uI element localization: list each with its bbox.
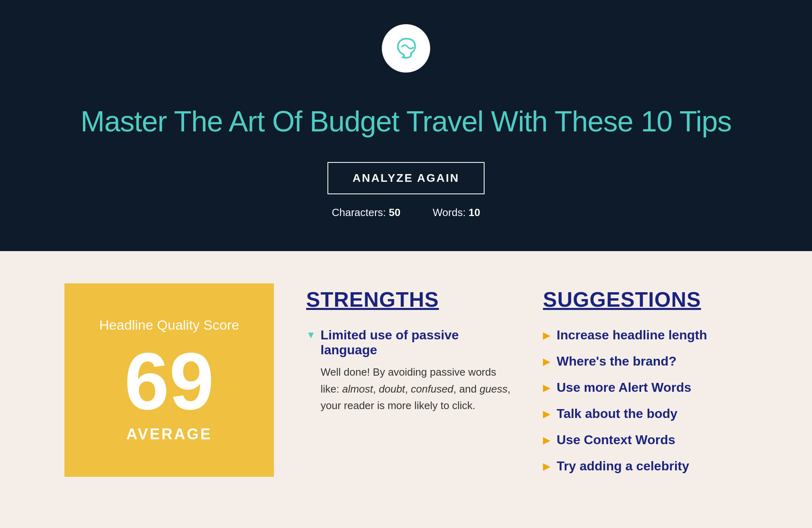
- suggestion-text: Where's the brand?: [557, 354, 676, 369]
- strengths-section: STRENGTHS ▼ Limited use of passive langu…: [306, 283, 511, 422]
- suggestion-arrow-icon: ▶: [543, 434, 550, 446]
- hero-section: Master The Art Of Budget Travel With The…: [0, 0, 812, 251]
- strength-expand-icon[interactable]: ▼: [306, 329, 316, 341]
- score-rating: AVERAGE: [126, 426, 212, 443]
- suggestion-text: Increase headline length: [557, 328, 707, 343]
- strength-header: ▼ Limited use of passive language: [306, 328, 511, 358]
- suggestion-text: Use Context Words: [557, 432, 675, 447]
- suggestion-item[interactable]: ▶ Try adding a celebrity: [543, 459, 748, 474]
- suggestion-arrow-icon: ▶: [543, 461, 550, 472]
- score-label: Headline Quality Score: [99, 317, 239, 333]
- suggestion-item[interactable]: ▶ Use Context Words: [543, 432, 748, 447]
- suggestion-arrow-icon: ▶: [543, 408, 550, 420]
- characters-stat: Characters: 50: [332, 206, 401, 219]
- words-stat: Words: 10: [433, 206, 480, 219]
- strength-body: Well done! By avoiding passive words lik…: [321, 364, 511, 414]
- suggestion-arrow-icon: ▶: [543, 382, 550, 393]
- characters-label: Characters:: [332, 206, 386, 218]
- suggestion-text: Try adding a celebrity: [557, 459, 689, 474]
- score-number: 69: [124, 341, 214, 422]
- logo: [382, 24, 430, 73]
- suggestions-title: SUGGESTIONS: [543, 287, 748, 312]
- words-value: 10: [468, 206, 480, 218]
- words-label: Words:: [433, 206, 466, 218]
- headline-text: Master The Art Of Budget Travel With The…: [81, 105, 731, 138]
- suggestion-arrow-icon: ▶: [543, 330, 550, 341]
- content-area: Headline Quality Score 69 AVERAGE STRENG…: [0, 251, 812, 517]
- suggestions-section: SUGGESTIONS ▶ Increase headline length ▶…: [543, 283, 748, 485]
- score-box: Headline Quality Score 69 AVERAGE: [64, 283, 274, 477]
- logo-icon: [393, 35, 419, 61]
- suggestion-text: Talk about the body: [557, 406, 677, 421]
- suggestion-item[interactable]: ▶ Talk about the body: [543, 406, 748, 421]
- suggestion-text: Use more Alert Words: [557, 380, 691, 395]
- suggestion-item[interactable]: ▶ Increase headline length: [543, 328, 748, 343]
- strength-title: Limited use of passive language: [321, 328, 511, 358]
- analyze-again-button[interactable]: ANALYZE AGAIN: [327, 162, 485, 194]
- suggestion-arrow-icon: ▶: [543, 356, 550, 367]
- suggestion-item[interactable]: ▶ Where's the brand?: [543, 354, 748, 369]
- strength-item: ▼ Limited use of passive language Well d…: [306, 328, 511, 414]
- suggestion-item[interactable]: ▶ Use more Alert Words: [543, 380, 748, 395]
- strengths-title: STRENGTHS: [306, 287, 511, 312]
- stats-row: Characters: 50 Words: 10: [332, 206, 481, 219]
- characters-value: 50: [389, 206, 400, 218]
